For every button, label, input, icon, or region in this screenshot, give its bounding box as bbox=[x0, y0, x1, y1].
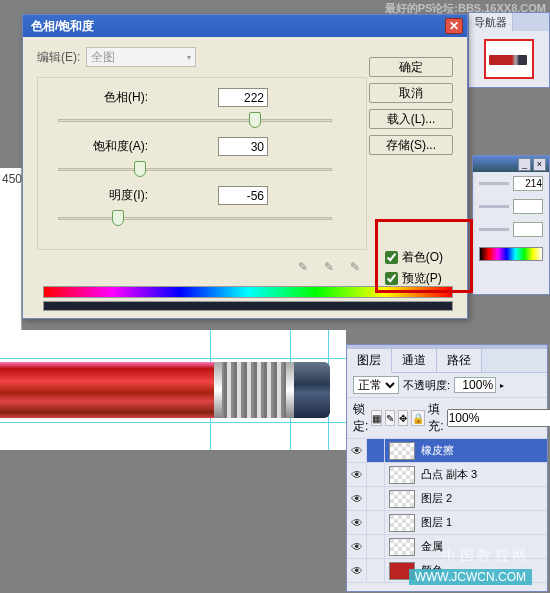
ok-button[interactable]: 确定 bbox=[369, 57, 453, 77]
edit-combo[interactable]: 全图▾ bbox=[86, 47, 196, 67]
hue-saturation-dialog: 色相/饱和度 ✕ 编辑(E): 全图▾ 色相(H): 饱和度(A): 明度(I)… bbox=[22, 14, 468, 319]
minimize-icon[interactable]: _ bbox=[518, 158, 531, 171]
tab-navigator[interactable]: 导航器 bbox=[469, 13, 513, 31]
layer-list: 👁 橡皮擦 👁 凸点 副本 3 👁 图层 2 👁 图层 1 👁 金属 👁 颜色 bbox=[347, 439, 547, 583]
lock-label: 锁定: bbox=[353, 401, 368, 435]
navigator-palette: 导航器 bbox=[468, 12, 550, 88]
pencil-artwork bbox=[0, 362, 330, 418]
layer-item[interactable]: 👁 图层 2 bbox=[347, 487, 547, 511]
colorize-checkbox[interactable]: 着色(O) bbox=[385, 249, 443, 266]
preview-checkbox[interactable]: 预览(P) bbox=[385, 270, 443, 287]
opacity-label: 不透明度: bbox=[403, 378, 450, 393]
fill-field[interactable] bbox=[447, 409, 550, 427]
lightness-label: 明度(I): bbox=[48, 187, 148, 204]
color-ramp[interactable] bbox=[479, 247, 543, 261]
visibility-icon[interactable]: 👁 bbox=[347, 463, 367, 486]
layer-item[interactable]: 👁 凸点 副本 3 bbox=[347, 463, 547, 487]
visibility-icon[interactable]: 👁 bbox=[347, 487, 367, 510]
visibility-icon[interactable]: 👁 bbox=[347, 511, 367, 534]
close-button[interactable]: ✕ bbox=[445, 18, 463, 34]
layer-item[interactable]: 👁 颜色 bbox=[347, 559, 547, 583]
save-button[interactable]: 存储(S)... bbox=[369, 135, 453, 155]
layers-palette: 图层 通道 路径 正常 不透明度: ▸ 锁定: ▦ ✎ ✥ 🔒 填充: ▸ 👁 … bbox=[346, 344, 548, 592]
eyedropper-add-icon[interactable]: ✎ bbox=[321, 259, 337, 275]
spectrum-before bbox=[43, 286, 453, 298]
blend-mode-select[interactable]: 正常 bbox=[353, 376, 399, 394]
lock-all-icon[interactable]: 🔒 bbox=[411, 410, 425, 426]
saturation-field[interactable] bbox=[218, 137, 268, 156]
canvas[interactable] bbox=[0, 330, 346, 450]
spectrum-after bbox=[43, 301, 453, 311]
dialog-title: 色相/饱和度 bbox=[27, 18, 445, 35]
eyedropper-sub-icon[interactable]: ✎ bbox=[347, 259, 363, 275]
visibility-icon[interactable]: 👁 bbox=[347, 535, 367, 558]
lock-image-icon[interactable]: ✎ bbox=[385, 410, 395, 426]
lock-transparency-icon[interactable]: ▦ bbox=[371, 410, 382, 426]
titlebar[interactable]: 色相/饱和度 ✕ bbox=[23, 15, 467, 37]
hue-label: 色相(H): bbox=[48, 89, 148, 106]
saturation-slider[interactable] bbox=[58, 160, 332, 178]
layer-item[interactable]: 👁 橡皮擦 bbox=[347, 439, 547, 463]
color-r-field[interactable] bbox=[513, 176, 543, 191]
fill-label: 填充: bbox=[428, 401, 443, 435]
layer-item[interactable]: 👁 金属 bbox=[347, 535, 547, 559]
tab-channels[interactable]: 通道 bbox=[392, 349, 437, 372]
opacity-field[interactable] bbox=[454, 377, 496, 393]
eyedropper-icon[interactable]: ✎ bbox=[295, 259, 311, 275]
visibility-icon[interactable]: 👁 bbox=[347, 439, 367, 462]
saturation-label: 饱和度(A): bbox=[48, 138, 148, 155]
lock-position-icon[interactable]: ✥ bbox=[398, 410, 408, 426]
tab-layers[interactable]: 图层 bbox=[347, 349, 392, 373]
load-button[interactable]: 载入(L)... bbox=[369, 109, 453, 129]
navigator-thumbnail[interactable] bbox=[469, 31, 549, 87]
cancel-button[interactable]: 取消 bbox=[369, 83, 453, 103]
visibility-icon[interactable]: 👁 bbox=[347, 559, 367, 582]
color-b-field[interactable] bbox=[513, 222, 543, 237]
hue-field[interactable] bbox=[218, 88, 268, 107]
param-group: 色相(H): 饱和度(A): 明度(I): bbox=[37, 77, 367, 250]
edit-label: 编辑(E): bbox=[37, 49, 80, 66]
tab-paths[interactable]: 路径 bbox=[437, 349, 482, 372]
lightness-slider[interactable] bbox=[58, 209, 332, 227]
lightness-field[interactable] bbox=[218, 186, 268, 205]
color-g-field[interactable] bbox=[513, 199, 543, 214]
hue-slider[interactable] bbox=[58, 111, 332, 129]
layer-item[interactable]: 👁 图层 1 bbox=[347, 511, 547, 535]
color-palette: _ × bbox=[472, 155, 550, 295]
close-icon[interactable]: × bbox=[533, 158, 546, 171]
